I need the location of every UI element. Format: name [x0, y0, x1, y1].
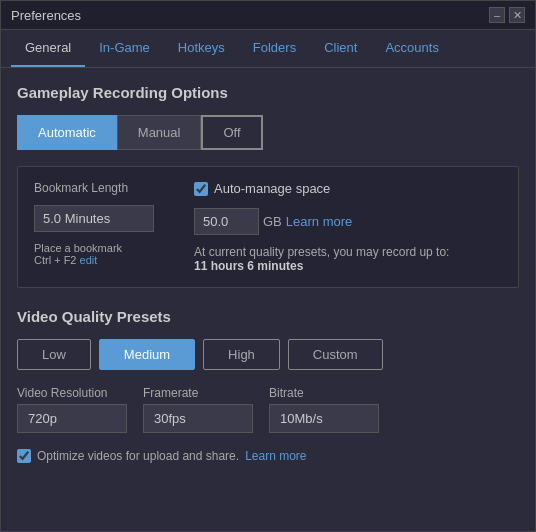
- auto-manage-checkbox-row: Auto-manage space: [194, 181, 449, 196]
- gb-input[interactable]: [194, 208, 259, 235]
- optimize-text: Optimize videos for upload and share.: [37, 449, 239, 463]
- title-bar-controls: – ✕: [489, 7, 525, 23]
- resolution-field: Video Resolution: [17, 386, 127, 433]
- minimize-button[interactable]: –: [489, 7, 505, 23]
- gb-row: GB Learn more: [194, 208, 449, 235]
- bookmark-hint: Place a bookmark Ctrl + F2 edit: [34, 242, 154, 266]
- options-box: Bookmark Length Place a bookmark Ctrl + …: [17, 166, 519, 288]
- tab-hotkeys[interactable]: Hotkeys: [164, 30, 239, 67]
- bookmark-input[interactable]: [34, 205, 154, 232]
- title-bar: Preferences – ✕: [1, 1, 535, 30]
- bitrate-label: Bitrate: [269, 386, 379, 400]
- tab-accounts[interactable]: Accounts: [371, 30, 452, 67]
- mode-manual-button[interactable]: Manual: [117, 115, 202, 150]
- bookmark-label: Bookmark Length: [34, 181, 154, 195]
- framerate-field: Framerate: [143, 386, 253, 433]
- mode-off-button[interactable]: Off: [201, 115, 262, 150]
- quality-buttons-row: Low Medium High Custom: [17, 339, 519, 370]
- record-time: 11 hours 6 minutes: [194, 259, 303, 273]
- gameplay-section-title: Gameplay Recording Options: [17, 84, 519, 101]
- tab-client[interactable]: Client: [310, 30, 371, 67]
- record-mode-row: Automatic Manual Off: [17, 115, 519, 150]
- quality-low-button[interactable]: Low: [17, 339, 91, 370]
- bitrate-input[interactable]: [269, 404, 379, 433]
- close-button[interactable]: ✕: [509, 7, 525, 23]
- optimize-row: Optimize videos for upload and share. Le…: [17, 449, 519, 463]
- optimize-checkbox[interactable]: [17, 449, 31, 463]
- quality-high-button[interactable]: High: [203, 339, 280, 370]
- resolution-label: Video Resolution: [17, 386, 127, 400]
- learn-more-link[interactable]: Learn more: [286, 214, 352, 229]
- resolution-input[interactable]: [17, 404, 127, 433]
- record-info: At current quality presets, you may reco…: [194, 245, 449, 273]
- auto-manage-section: Auto-manage space GB Learn more At curre…: [194, 181, 449, 273]
- auto-manage-label: Auto-manage space: [214, 181, 330, 196]
- gb-unit: GB: [263, 214, 282, 229]
- quality-medium-button[interactable]: Medium: [99, 339, 195, 370]
- preferences-window: Preferences – ✕ General In-Game Hotkeys …: [0, 0, 536, 532]
- video-quality-title: Video Quality Presets: [17, 308, 519, 325]
- bookmark-section: Bookmark Length Place a bookmark Ctrl + …: [34, 181, 154, 273]
- tab-general[interactable]: General: [11, 30, 85, 67]
- framerate-input[interactable]: [143, 404, 253, 433]
- bookmark-shortcut: Ctrl + F2: [34, 254, 76, 266]
- options-row: Bookmark Length Place a bookmark Ctrl + …: [34, 181, 502, 273]
- framerate-label: Framerate: [143, 386, 253, 400]
- window-title: Preferences: [11, 8, 81, 23]
- main-content: Gameplay Recording Options Automatic Man…: [1, 68, 535, 531]
- auto-manage-checkbox[interactable]: [194, 182, 208, 196]
- optimize-learn-more-link[interactable]: Learn more: [245, 449, 306, 463]
- tabs-bar: General In-Game Hotkeys Folders Client A…: [1, 30, 535, 68]
- mode-automatic-button[interactable]: Automatic: [17, 115, 117, 150]
- quality-fields-row: Video Resolution Framerate Bitrate: [17, 386, 519, 433]
- bookmark-edit-link[interactable]: edit: [80, 254, 98, 266]
- tab-folders[interactable]: Folders: [239, 30, 310, 67]
- bitrate-field: Bitrate: [269, 386, 379, 433]
- quality-custom-button[interactable]: Custom: [288, 339, 383, 370]
- tab-in-game[interactable]: In-Game: [85, 30, 164, 67]
